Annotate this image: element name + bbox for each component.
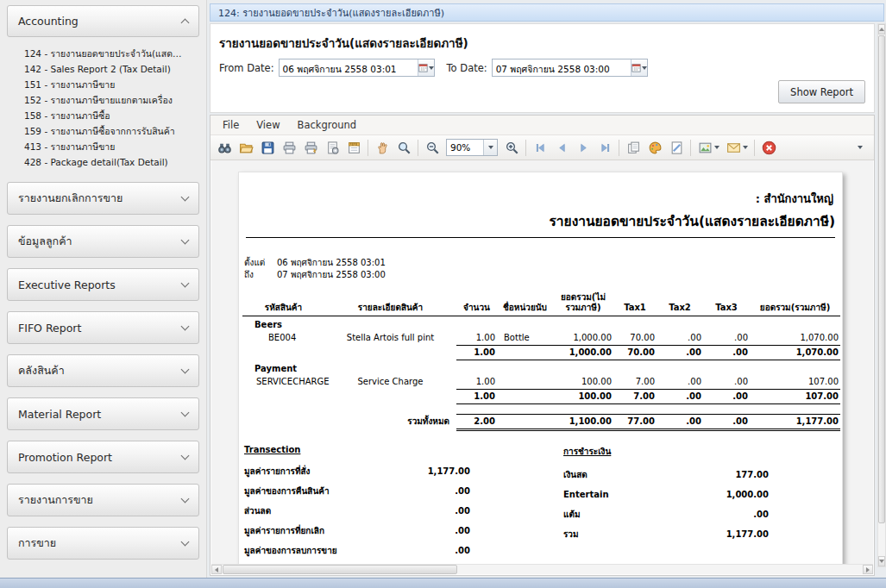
toolbar-separator [754,140,755,156]
calendar-icon [632,63,641,72]
toolbar-separator [619,140,619,156]
sidebar-item-report-413[interactable]: 413 - รายงานภาษีขาย [24,139,198,154]
watermark-button[interactable] [666,138,687,158]
scroll-left-button[interactable] [211,565,222,574]
sidebar-group-header[interactable]: การขาย [7,527,199,560]
sidebar-item-report-124[interactable]: 124 - รายงานยอดขายประจำวัน(แสด… [24,46,198,61]
sidebar-group-header[interactable]: FIFO Report [7,311,199,344]
first-page-button[interactable] [530,138,550,158]
sidebar-group-label: ข้อมูลลูกค้า [18,233,72,250]
exit-button[interactable] [758,138,779,158]
main-content: 124: รายงานยอดขายประจำวัน(แสดงรายละเอียด… [207,0,886,578]
horizontal-scrollbar-thumb[interactable] [223,565,457,574]
sidebar-group-label: รายงานยกเลิกการขาย [18,190,123,207]
sidebar-item-report-152[interactable]: 152 - รายงานภาษีขายแยกตามเครื่อง [24,92,198,108]
watermark-icon [669,141,684,155]
search-button[interactable] [214,138,235,158]
sidebar-group-header[interactable]: Material Report [7,397,199,430]
chevron-down-icon [642,66,647,70]
export-document-icon [698,141,713,155]
summary-row: มูลค่าของการคืนสินค้า.00 [244,486,470,497]
report-page: : สำนักงานใหญ่ รายงานยอดขายประจำวัน(แสดง… [238,172,843,564]
sidebar-group-header[interactable]: Promotion Report [7,441,199,473]
magnifier-button[interactable] [393,138,414,158]
previous-page-button[interactable] [551,138,572,158]
to-date-value: 07 พฤศจิกายน 2558 03:00 [493,59,631,76]
vertical-scrollbar-thumb[interactable] [878,35,885,523]
report-preview-viewer: File View Background 90% [210,115,875,576]
sidebar-group-header-accounting[interactable]: Accounting [7,5,199,37]
toolbar-overflow-button[interactable] [850,138,870,158]
table-row: BE004 Stella Artois full pint 1.00 Bottl… [242,331,840,346]
page-setup-button[interactable] [322,138,342,158]
zoom-dropdown-button[interactable] [483,140,497,155]
toolbar-separator [368,140,368,156]
sidebar-group-header[interactable]: Executive Reports [7,268,199,301]
report-from-label: ตั้งแต่ [244,257,277,269]
sidebar-item-report-159[interactable]: 159 - รายงานภาษีซื้อจากการรับสินค้า [24,123,198,139]
chevron-down-icon [429,66,434,70]
sidebar-item-report-158[interactable]: 158 - รายงานภาษีซื้อ [24,108,198,123]
preview-canvas[interactable]: : สำนักงานใหญ่ รายงานยอดขายประจำวัน(แสดง… [211,160,873,564]
to-date-dropdown-button[interactable] [631,59,647,76]
last-page-button[interactable] [594,138,615,158]
scroll-down-button[interactable] [878,556,885,566]
zoom-out-button[interactable] [422,138,443,158]
printer-icon [282,141,297,155]
sidebar-group-header[interactable]: รายงานการขาย [7,484,199,516]
sidebar-group-label: รายงานการขาย [18,491,93,509]
col-header-desc: รายละเอียดสินค้า [324,290,456,316]
quick-print-button[interactable] [300,138,321,158]
chevron-down-icon [181,409,190,417]
menu-background[interactable]: Background [289,116,366,134]
hand-tool-button[interactable] [372,138,393,158]
scroll-up-button[interactable] [878,24,885,34]
sidebar-group-executive-reports: Executive Reports [7,268,199,301]
send-email-button[interactable] [723,138,751,158]
horizontal-scrollbar[interactable] [211,564,873,574]
background-color-icon [648,141,663,155]
from-date-input[interactable]: 06 พฤศจิกายน 2558 03:01 [279,59,435,77]
menu-file[interactable]: File [214,116,248,134]
col-header-code: รหัสสินค้า [242,290,324,316]
from-date-value: 06 พฤศจิกายน 2558 03:01 [280,59,418,76]
sidebar-group-fifo-report: FIFO Report [7,311,199,344]
export-document-button[interactable] [694,138,722,158]
next-page-button[interactable] [573,138,594,158]
sidebar-group-header[interactable]: คลังสินค้า [7,354,199,387]
scale-icon [347,141,361,155]
print-button[interactable] [279,138,299,158]
window-bottom-edge [0,578,886,588]
show-report-button[interactable]: Show Report [778,80,865,103]
summary-row: แต้ม.00 [563,510,769,520]
report-to-label: ถึง [244,269,277,281]
to-date-input[interactable]: 07 พฤศจิกายน 2558 03:00 [492,59,648,77]
save-button[interactable] [257,138,278,158]
summary-row: มูลค่าของการลบการขาย.00 [244,546,470,556]
toolbar-separator [525,140,526,156]
sidebar-group-header[interactable]: รายงานยกเลิกการขาย [7,182,199,215]
sidebar-group-accounting: Accounting 124 - รายงานยอดขายประจำวัน(แส… [7,5,199,182]
sidebar-item-report-428[interactable]: 428 - Package detail(Tax Detail) [24,154,198,170]
sidebar-group-material-report: Material Report [7,397,199,430]
chevron-down-icon [181,236,190,245]
chevron-down-icon [488,146,493,149]
zoom-in-button[interactable] [501,138,522,158]
sidebar-group-header[interactable]: ข้อมูลลูกค้า [7,225,199,258]
open-button[interactable] [236,138,256,158]
zoom-combo[interactable]: 90% [446,139,498,156]
from-date-dropdown-button[interactable] [418,59,434,76]
menu-view[interactable]: View [248,116,288,134]
scale-button[interactable] [343,138,364,158]
app-window: Accounting 124 - รายงานยอดขายประจำวัน(แส… [0,0,886,588]
arrow-right-icon [866,567,870,572]
scroll-right-button[interactable] [863,565,873,574]
background-color-button[interactable] [644,138,665,158]
sidebar-item-report-142[interactable]: 142 - Sales Report 2 (Tax Detail) [24,61,198,77]
vertical-scrollbar[interactable] [877,23,886,567]
sidebar-item-report-151[interactable]: 151 - รายงานภาษีขาย [24,77,198,92]
calendar-icon [418,63,428,72]
chevron-down-icon [858,146,863,149]
multiple-pages-button[interactable] [623,138,644,158]
chevron-down-icon [181,279,190,288]
